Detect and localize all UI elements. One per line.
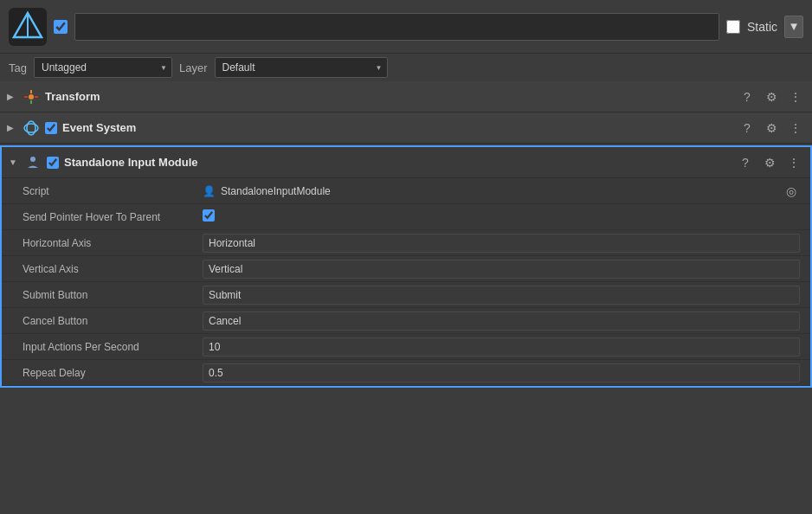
tag-layer-bar: Tag Untagged Layer Default [0, 54, 812, 81]
standalone-properties-panel: Script 👤 StandaloneInputModule ◎ Send Po… [2, 178, 810, 386]
eventsystem-help-button[interactable]: ? [738, 119, 757, 138]
input-actions-per-second-label: Input Actions Per Second [23, 341, 196, 353]
standalone-expand-arrow[interactable]: ▼ [9, 157, 19, 167]
svg-point-4 [29, 94, 34, 100]
standalone-icon [24, 154, 42, 171]
vertical-axis-value [203, 260, 800, 279]
cancel-button-label: Cancel Button [23, 315, 196, 327]
transform-actions: ? ⚙ ⋮ [738, 87, 805, 106]
property-row-vertical-axis: Vertical Axis [2, 256, 810, 282]
horizontal-axis-value [203, 234, 800, 253]
header-bar: EventSystem Static ▼ [0, 0, 812, 54]
eventsystem-active-checkbox[interactable] [45, 122, 57, 134]
script-value: 👤 StandaloneInputModule ◎ [203, 183, 800, 200]
script-name-text: StandaloneInputModule [221, 185, 777, 197]
transform-title: Transform [45, 90, 732, 103]
repeat-delay-value [203, 363, 800, 382]
eventsystem-title: Event System [62, 121, 732, 134]
eventsystem-more-button[interactable]: ⋮ [786, 119, 805, 138]
tag-select-wrapper: Untagged [34, 57, 172, 78]
layer-label: Layer [179, 61, 208, 74]
vertical-axis-input[interactable] [203, 260, 800, 279]
transform-component-header: ▶ Transform ? ⚙ ⋮ [0, 81, 812, 112]
standalone-component-wrapper: ▼ Standalone Input Module ? ⚙ ⋮ Script 👤… [0, 145, 812, 388]
property-row-submit-button: Submit Button [2, 282, 810, 308]
standalone-help-button[interactable]: ? [736, 153, 755, 172]
script-target-button[interactable]: ◎ [783, 183, 800, 200]
standalone-settings-button[interactable]: ⚙ [760, 153, 779, 172]
standalone-more-button[interactable]: ⋮ [784, 153, 803, 172]
send-pointer-hover-value [203, 209, 800, 224]
transform-more-button[interactable]: ⋮ [786, 87, 805, 106]
input-actions-per-second-value [203, 337, 800, 357]
send-pointer-hover-label: Send Pointer Hover To Parent [23, 211, 196, 223]
input-actions-per-second-input[interactable] [203, 337, 800, 357]
submit-button-input[interactable] [203, 286, 800, 305]
property-row-repeat-delay: Repeat Delay [2, 360, 810, 386]
property-row-horizontal-axis: Horizontal Axis [2, 230, 810, 256]
static-label: Static [747, 20, 777, 34]
repeat-delay-label: Repeat Delay [23, 367, 196, 379]
horizontal-axis-label: Horizontal Axis [23, 237, 196, 249]
tag-select[interactable]: Untagged [34, 57, 172, 78]
eventsystem-settings-button[interactable]: ⚙ [762, 119, 781, 138]
standalone-component-header: ▼ Standalone Input Module ? ⚙ ⋮ [2, 147, 810, 178]
cancel-button-input[interactable] [203, 312, 800, 331]
transform-settings-button[interactable]: ⚙ [762, 87, 781, 106]
standalone-actions: ? ⚙ ⋮ [736, 153, 803, 172]
horizontal-axis-input[interactable] [203, 234, 800, 253]
script-label: Script [23, 185, 196, 197]
gameobject-active-checkbox[interactable] [54, 20, 68, 34]
eventsystem-expand-arrow[interactable]: ▶ [7, 123, 17, 132]
transform-icon [23, 88, 40, 106]
vertical-axis-label: Vertical Axis [23, 263, 196, 275]
script-icon: 👤 [203, 185, 216, 197]
transform-expand-arrow[interactable]: ▶ [7, 92, 17, 101]
layer-select-wrapper: Default [215, 57, 388, 78]
property-row-send-pointer-hover: Send Pointer Hover To Parent [2, 204, 810, 230]
property-row-input-actions-per-second: Input Actions Per Second [2, 334, 810, 360]
submit-button-label: Submit Button [23, 289, 196, 301]
unity-logo [9, 8, 47, 46]
eventsystem-component-header: ▶ Event System ? ⚙ ⋮ [0, 112, 812, 144]
static-checkbox[interactable] [726, 20, 740, 34]
standalone-title: Standalone Input Module [64, 156, 731, 169]
property-row-script: Script 👤 StandaloneInputModule ◎ [2, 178, 810, 204]
tag-label: Tag [9, 61, 27, 74]
eventsystem-icon [23, 119, 40, 137]
send-pointer-hover-checkbox[interactable] [203, 209, 215, 222]
transform-help-button[interactable]: ? [738, 87, 757, 106]
static-dropdown-button[interactable]: ▼ [784, 16, 803, 38]
repeat-delay-input[interactable] [203, 363, 800, 382]
svg-point-11 [30, 157, 35, 162]
eventsystem-actions: ? ⚙ ⋮ [738, 119, 805, 138]
layer-select[interactable]: Default [215, 57, 388, 78]
property-row-cancel-button: Cancel Button [2, 308, 810, 334]
standalone-active-checkbox[interactable] [47, 157, 59, 169]
submit-button-value [203, 286, 800, 305]
cancel-button-value [203, 312, 800, 331]
gameobject-name-input[interactable]: EventSystem [74, 13, 719, 41]
